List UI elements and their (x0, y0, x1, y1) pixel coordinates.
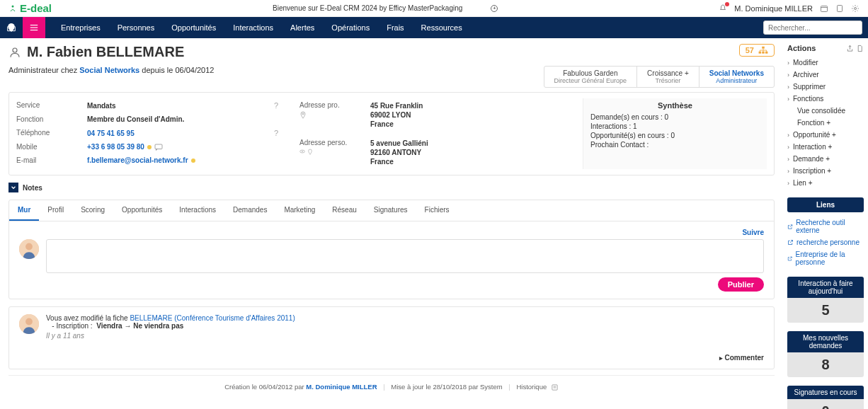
company-link[interactable]: Social Networks (79, 66, 139, 74)
activity-link[interactable]: BELLEMARE (Conférence Tourisme d'Affaire… (130, 314, 295, 322)
history-link[interactable]: Historique (516, 383, 547, 391)
brand-logo[interactable]: E-deal (8, 2, 52, 14)
synthese-row: Interactions : 1 (590, 122, 760, 131)
search-input[interactable] (768, 24, 858, 32)
action-archiver[interactable]: ›Archiver (787, 69, 864, 81)
wall-post-input[interactable] (46, 239, 764, 273)
label-telephone: Téléphone (16, 129, 87, 137)
synthese-row: Opportunité(s) en cours : 0 (590, 131, 760, 140)
main-content: M. Fabien BELLEMARE 57 Administrateur ch… (0, 38, 783, 409)
nav-item-ressources[interactable]: Ressources (413, 18, 471, 38)
company-tab-1[interactable]: Fabulous Garden Directeur Général Europe (544, 67, 638, 87)
nav-item-entreprises[interactable]: Entreprises (52, 18, 109, 38)
tab-marketing[interactable]: Marketing (275, 200, 324, 221)
map-pin-icon[interactable] (307, 149, 313, 156)
action-interaction[interactable]: ›Interaction + (787, 141, 864, 153)
activity-text: Vous avez modifié la fiche (46, 314, 130, 322)
nav-items: Entreprises Personnes Opportunités Inter… (45, 18, 471, 38)
publish-button[interactable]: Publier (718, 277, 764, 292)
stat-interactions-today[interactable]: Interaction à faire aujourd'hui 5 (787, 277, 864, 323)
action-inscription[interactable]: ›Inscription + (787, 165, 864, 177)
tabs-panel: Mur Profil Scoring Opportunités Interact… (8, 200, 775, 299)
tab-demandes[interactable]: Demandes (224, 200, 275, 221)
notification-bell-icon[interactable] (719, 4, 727, 13)
svg-rect-20 (155, 144, 162, 149)
score-badge[interactable]: 57 (739, 44, 775, 57)
tab-fichiers[interactable]: Fichiers (416, 200, 458, 221)
details-panel: ServiceMandats? FonctionMembre du Consei… (8, 92, 775, 175)
home-icon[interactable] (0, 17, 23, 38)
welcome-text: Bienvenue sur E-Deal CRM 2024 by Efficy … (273, 4, 498, 12)
hamburger-menu-icon[interactable] (23, 17, 45, 38)
action-modifier[interactable]: ›Modifier (787, 57, 864, 69)
svg-point-21 (302, 113, 304, 115)
addr-perso-block: 5 avenue Galliéni 92160 ANTONY France (370, 139, 428, 166)
eye-icon[interactable] (299, 149, 305, 154)
action-fonctions[interactable]: ›Fonctions (787, 93, 864, 105)
action-fonction-plus[interactable]: Fonction + (787, 117, 864, 129)
tab-mur[interactable]: Mur (9, 200, 39, 221)
share-icon[interactable] (846, 45, 854, 52)
label-addr-perso: Adresse perso. (299, 139, 370, 146)
svg-rect-11 (762, 47, 765, 49)
help-icon[interactable]: ? (274, 101, 278, 110)
activity-from: Viendra (96, 322, 122, 330)
synthese-row: Prochain Contact : (590, 140, 760, 149)
status-dot-icon (147, 145, 152, 149)
status-dot-icon (191, 159, 195, 163)
add-icon[interactable]: + (491, 5, 498, 12)
history-icon[interactable] (551, 384, 559, 391)
nav-item-personnes[interactable]: Personnes (109, 18, 164, 38)
lien-recherche-externe[interactable]: Recherche outil externe (787, 217, 864, 236)
follow-link[interactable]: Suivre (19, 229, 764, 236)
calendar-icon[interactable] (820, 4, 828, 13)
chevron-right-icon: › (787, 156, 789, 163)
lien-entreprise-personne[interactable]: Entreprise de la personne (787, 248, 864, 268)
addr-pro-block: 45 Rue Franklin 69002 LYON France (370, 101, 423, 129)
tab-profil[interactable]: Profil (39, 200, 72, 221)
label-addr-pro: Adresse pro. (299, 101, 370, 109)
stat-signatures[interactable]: Signatures en cours 0 (787, 386, 864, 409)
global-search[interactable] (763, 21, 862, 35)
value-fonction: Membre du Conseil d'Admin. (87, 115, 184, 123)
company-tab-2[interactable]: Croissance + Trésorier (637, 67, 699, 87)
current-user[interactable]: M. Dominique MILLER (734, 4, 813, 13)
action-demande[interactable]: ›Demande + (787, 153, 864, 165)
nav-item-frais[interactable]: Frais (378, 18, 412, 38)
help-icon[interactable]: ? (274, 129, 278, 137)
value-email[interactable]: f.bellemare@social-network.fr (87, 156, 188, 164)
actions-title: Actions (787, 44, 816, 52)
comment-link[interactable]: ▸ Commenter (46, 354, 764, 362)
action-opportunite[interactable]: ›Opportunité + (787, 129, 864, 141)
value-telephone[interactable]: 04 75 41 65 95 (87, 129, 135, 137)
synthese-title: Synthèse (590, 101, 760, 110)
role-line: Administrateur chez Social Networks depu… (8, 66, 214, 74)
document-icon[interactable] (856, 45, 864, 52)
chevron-right-icon: › (787, 83, 789, 91)
value-service: Mandats (87, 101, 116, 110)
activity-time: Il y a 11 ans (46, 332, 764, 340)
lien-recherche-personne[interactable]: recherche personne (787, 236, 864, 248)
action-supprimer[interactable]: ›Supprimer (787, 81, 864, 93)
nav-item-opportunites[interactable]: Opportunités (163, 18, 224, 38)
created-by-link[interactable]: M. Dominique MILLER (306, 383, 377, 391)
nav-item-alertes[interactable]: Alertes (282, 18, 323, 38)
sms-icon[interactable] (154, 144, 163, 151)
action-lien[interactable]: ›Lien + (787, 177, 864, 189)
tab-opportunites[interactable]: Opportunités (113, 200, 171, 221)
company-tab-3[interactable]: Social Networks Administrateur (699, 67, 774, 87)
value-mobile[interactable]: +33 6 98 05 39 80 (87, 143, 144, 151)
nav-item-interactions[interactable]: Interactions (224, 18, 282, 38)
tab-signatures[interactable]: Signatures (365, 200, 416, 221)
chevron-right-icon: › (787, 96, 789, 103)
nav-item-operations[interactable]: Opérations (323, 18, 378, 38)
settings-gear-icon[interactable] (851, 4, 860, 13)
stat-nouvelles-demandes[interactable]: Mes nouvelles demandes 8 (787, 331, 864, 377)
tablet-icon[interactable] (835, 4, 844, 13)
notes-toggle[interactable]: Notes (8, 183, 775, 192)
action-vue-consolidee[interactable]: Vue consolidée (787, 105, 864, 117)
map-pin-icon[interactable] (299, 111, 307, 120)
tab-scoring[interactable]: Scoring (72, 200, 113, 221)
tab-reseau[interactable]: Réseau (324, 200, 365, 221)
tab-interactions[interactable]: Interactions (171, 200, 224, 221)
